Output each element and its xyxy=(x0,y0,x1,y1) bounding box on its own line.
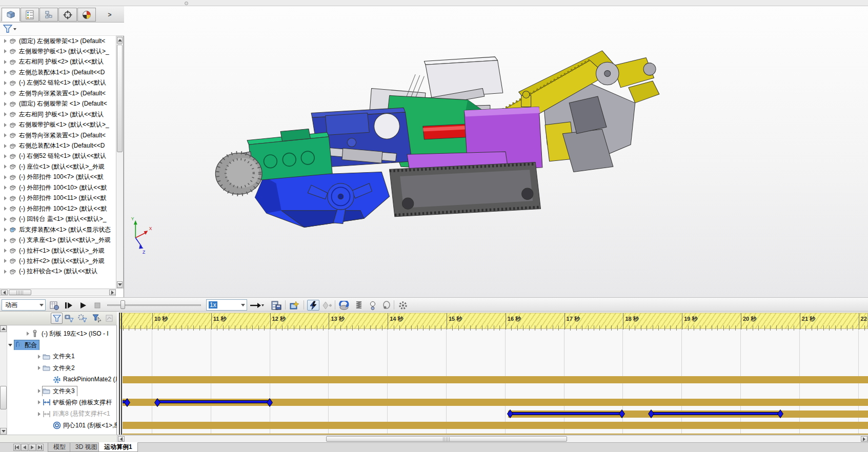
expand-arrow-icon[interactable] xyxy=(4,175,7,179)
filter-selected-button[interactable] xyxy=(91,313,103,324)
nav-next-button[interactable] xyxy=(29,444,36,451)
filter-results-button[interactable] xyxy=(103,313,115,324)
scroll-down-button[interactable] xyxy=(117,281,123,288)
expand-arrow-icon[interactable] xyxy=(4,102,7,106)
expand-arrow-icon[interactable] xyxy=(4,270,7,274)
expand-arrow-icon[interactable] xyxy=(4,60,7,64)
viewport-3d[interactable]: Y X Z xyxy=(124,6,868,297)
tab-3d-views[interactable]: 3D 视图 xyxy=(70,443,103,452)
expand-arrow-icon[interactable] xyxy=(4,123,7,127)
filter-animated-button[interactable] xyxy=(63,313,75,324)
feature-tree-item[interactable]: (-) 座位<1> (默认<<默认>_外观 xyxy=(0,161,116,172)
feature-tree-item[interactable]: 右侧履带护板<1> (默认<<默认>_ xyxy=(0,120,116,130)
feature-tree-item[interactable]: (固定) 左侧履带架<1> (Default< xyxy=(0,36,116,46)
feature-tree-item[interactable]: 后支撑装配体<1> (默认<显示状态 xyxy=(0,224,116,235)
scrollbar-thumb[interactable] xyxy=(9,290,31,295)
playback-speed-combobox[interactable]: 1x xyxy=(206,299,247,311)
feature-tree-item[interactable]: (-) 右侧52 链轮<1> (默认<<默认 xyxy=(0,151,116,161)
expand-arrow-icon[interactable] xyxy=(38,412,41,416)
expand-arrow-icon[interactable] xyxy=(4,133,7,137)
expand-arrow-icon[interactable] xyxy=(4,154,7,158)
tab-model[interactable]: 模型 xyxy=(48,443,71,452)
key-point-icon[interactable] xyxy=(267,398,273,407)
feature-tree-item[interactable]: 左右相同 护板<2> (默认<<默认 xyxy=(0,57,116,67)
expand-arrow-icon[interactable] xyxy=(4,207,7,211)
expand-arrow-icon[interactable] xyxy=(4,91,7,95)
feature-tree-item[interactable]: 右侧总装配体1<1> (Default<<D xyxy=(0,141,116,151)
save-animation-button[interactable] xyxy=(270,300,282,311)
study-type-combobox[interactable]: 动画 xyxy=(2,299,46,311)
expand-arrow-icon[interactable] xyxy=(4,249,7,253)
autokey-toggle-button[interactable] xyxy=(307,300,319,311)
filter-driving-button[interactable] xyxy=(76,313,88,324)
motion-tree-item[interactable]: 铲板俯仰 (推板支撑杆 xyxy=(7,397,117,407)
tab-displaymanager[interactable] xyxy=(77,8,96,22)
playback-mode-button[interactable] xyxy=(249,300,265,311)
motion-tree-item[interactable]: 文件夹1 xyxy=(7,352,117,362)
expand-arrow-icon[interactable] xyxy=(4,238,7,242)
feature-tree-item[interactable]: (固定) 右侧履带架 <1> (Default< xyxy=(0,99,116,109)
feature-tree-item[interactable]: (-) 拉杆铰合<1> (默认<<默认 xyxy=(0,266,116,277)
contact-button[interactable] xyxy=(367,300,379,311)
expand-arrow-icon[interactable] xyxy=(38,366,41,370)
motion-tree-item[interactable]: 文件夹3 xyxy=(7,386,117,396)
spring-button[interactable] xyxy=(353,300,365,311)
key-point-icon[interactable] xyxy=(124,398,130,407)
expand-arrow-icon[interactable] xyxy=(38,389,41,393)
feature-tree-item[interactable]: (-) 外部扣件 100<7> (默认<<默 xyxy=(0,172,116,182)
tab-model-tree[interactable] xyxy=(2,8,20,22)
feature-tree-item[interactable]: (-) 拉杆<1> (默认<<默认>_外观 xyxy=(0,245,116,256)
expand-arrow-icon[interactable] xyxy=(4,228,7,232)
motion-tree-item[interactable]: 文件夹2 xyxy=(7,363,117,373)
feature-tree-item[interactable]: 右侧导向张紧装置<1> (Default< xyxy=(0,130,116,140)
scroll-left-button[interactable] xyxy=(1,290,8,295)
scrollbar-thumb[interactable] xyxy=(326,436,567,442)
filter-none-button[interactable] xyxy=(51,313,63,324)
panel-splitter-handle[interactable] xyxy=(185,2,188,5)
key-point-icon[interactable] xyxy=(619,409,625,418)
expand-arrow-icon[interactable] xyxy=(4,144,7,148)
feature-tree-item[interactable]: 左侧履带护板<1> (默认<<默认>_ xyxy=(0,46,116,56)
gravity-button[interactable] xyxy=(380,300,393,311)
expand-arrow-icon[interactable] xyxy=(4,39,7,43)
timeline-key-segment[interactable] xyxy=(651,412,781,415)
add-key-button[interactable] xyxy=(321,300,333,311)
timeline-change-bar[interactable] xyxy=(123,422,868,429)
expand-panel-button[interactable]: > xyxy=(105,9,115,20)
feature-tree-hscrollbar[interactable] xyxy=(0,289,116,296)
scroll-right-button[interactable] xyxy=(861,436,867,442)
feature-tree-item[interactable]: 左侧导向张紧装置<1> (Default< xyxy=(0,88,116,98)
scroll-down-button[interactable] xyxy=(0,428,7,435)
motion-study-properties-button[interactable] xyxy=(397,300,409,311)
playback-slider-thumb[interactable] xyxy=(120,300,125,309)
nav-prev-button[interactable] xyxy=(21,444,28,451)
expand-arrow-icon[interactable] xyxy=(4,49,7,53)
timeline-key-segment[interactable] xyxy=(510,412,622,415)
key-point-icon[interactable] xyxy=(648,409,654,418)
expand-arrow-icon[interactable] xyxy=(4,112,7,116)
scroll-up-button[interactable] xyxy=(117,37,123,44)
expand-arrow-icon[interactable] xyxy=(4,259,7,263)
motor-button[interactable] xyxy=(338,300,350,311)
expand-arrow-icon[interactable] xyxy=(4,165,7,169)
motion-tree-item[interactable]: 同心101 (刮板<1>,刮 xyxy=(7,420,117,430)
tab-configurationmanager[interactable] xyxy=(58,8,77,22)
key-point-icon[interactable] xyxy=(777,409,783,418)
tab-propertymanager[interactable] xyxy=(39,8,58,22)
nav-last-button[interactable] xyxy=(36,444,44,451)
expand-arrow-icon[interactable] xyxy=(4,186,7,190)
motion-tree-item[interactable]: (-) 刮板 19左<1> (ISO - I xyxy=(7,328,117,339)
tab-motion-study-1[interactable]: 运动算例1 xyxy=(98,442,138,452)
motion-tree-item[interactable]: 距离8 (悬臂支撑杆<1 xyxy=(7,409,117,419)
feature-tree-item[interactable]: (-) 外部扣件 100<12> (默认<<默 xyxy=(0,203,116,214)
stop-button[interactable] xyxy=(91,300,104,311)
play-button[interactable] xyxy=(77,300,89,311)
expand-arrow-icon[interactable] xyxy=(8,344,12,346)
scroll-left-button[interactable] xyxy=(118,436,125,442)
expand-arrow-icon[interactable] xyxy=(4,70,7,74)
motion-tree-item[interactable]: RackPinionMate2 (履 xyxy=(7,375,117,385)
timeline-change-bar[interactable] xyxy=(123,376,868,383)
play-from-start-button[interactable] xyxy=(63,300,75,311)
expand-arrow-icon[interactable] xyxy=(27,332,29,336)
animation-wizard-button[interactable] xyxy=(289,300,301,311)
